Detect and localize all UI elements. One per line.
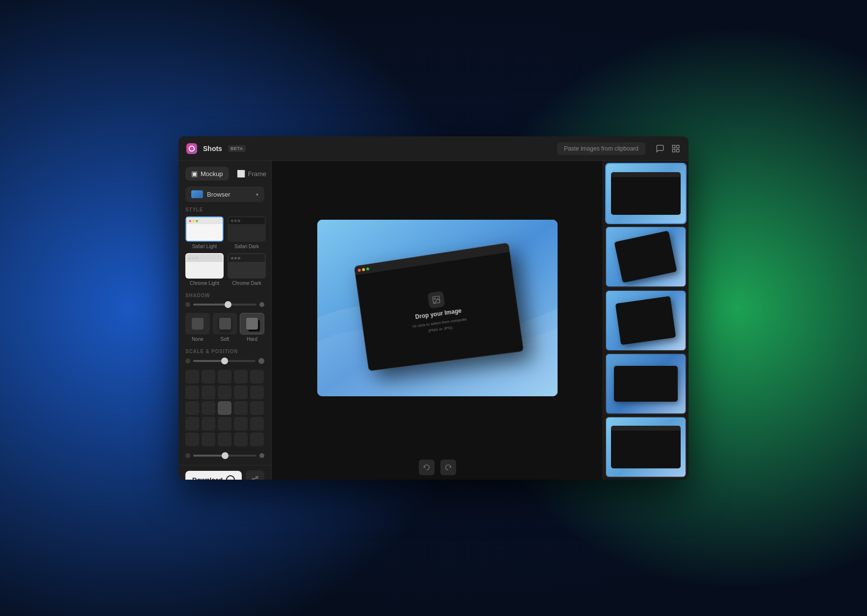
browser-frame: Drop your Image Or click to select from … <box>354 243 523 371</box>
template-4-device <box>606 354 686 413</box>
app-window: Shots BETA Paste images from clipboard <box>178 136 688 480</box>
chevron-down-icon: ▾ <box>256 192 258 197</box>
pos-5-5[interactable] <box>250 433 264 446</box>
pos-4-2[interactable] <box>202 417 215 431</box>
scale-slider-track[interactable] <box>193 360 255 362</box>
template-4[interactable] <box>605 353 687 414</box>
tab-frame[interactable]: ⬜ Frame <box>231 167 272 180</box>
grid-icon[interactable] <box>671 144 681 154</box>
slider-dot-left <box>185 302 190 307</box>
svg-point-5 <box>252 479 254 480</box>
style-section-label: STYLE <box>178 207 271 216</box>
svg-rect-1 <box>677 145 679 148</box>
sidebar: ▣ Mockup ⬜ Frame Browser ▾ STYLE <box>178 161 272 480</box>
mockup-preview[interactable]: Drop your Image Or click to select from … <box>317 220 558 396</box>
svg-point-4 <box>256 476 258 478</box>
template-1-browser <box>611 172 681 215</box>
template-5-browser <box>611 426 681 468</box>
undo-icon <box>423 464 430 471</box>
template-2-screen <box>614 231 678 283</box>
pos-3-3[interactable] <box>218 401 231 415</box>
shadow-slider-thumb[interactable] <box>225 301 231 308</box>
shadow-soft-thumb <box>213 313 237 334</box>
shadow-none-inner <box>192 318 204 330</box>
template-5[interactable] <box>605 416 687 478</box>
download-button[interactable]: Download ↓ <box>185 471 242 480</box>
style-chrome-light[interactable]: Chrome Light <box>185 253 224 286</box>
title-bar-icons <box>655 144 681 154</box>
pos-3-2[interactable] <box>202 401 215 415</box>
pos-4-1[interactable] <box>185 417 199 431</box>
pos-2-1[interactable] <box>185 385 199 399</box>
shadow-soft-inner <box>219 318 231 330</box>
sidebar-tabs: ▣ Mockup ⬜ Frame <box>178 161 271 184</box>
pos-3-1[interactable] <box>185 401 199 415</box>
safari-light-thumb <box>185 216 224 242</box>
share-button[interactable] <box>246 470 264 480</box>
paste-button[interactable]: Paste images from clipboard <box>557 142 645 155</box>
close-dot <box>357 269 361 272</box>
position-grid <box>178 370 271 453</box>
pos-5-2[interactable] <box>202 433 215 446</box>
pos-5-3[interactable] <box>218 433 231 446</box>
pos-2-5[interactable] <box>250 385 264 399</box>
device-container: Drop your Image Or click to select from … <box>317 220 558 396</box>
shadow-section-label: SHADOW <box>178 293 271 302</box>
logo-icon <box>188 145 195 152</box>
template-2-device <box>606 227 686 286</box>
style-grid: Safari Light Safari Dark <box>178 216 271 293</box>
pos-5-1[interactable] <box>185 433 199 446</box>
pos-1-4[interactable] <box>234 370 248 384</box>
shadow-hard-thumb <box>240 313 264 334</box>
scale-slider-thumb[interactable] <box>221 358 228 364</box>
shadow-options: None Soft Hard <box>178 313 271 349</box>
style-safari-light[interactable]: Safari Light <box>185 216 224 249</box>
pos-3-5[interactable] <box>250 401 264 415</box>
svg-point-11 <box>434 298 435 300</box>
right-panel <box>603 161 688 480</box>
shadow-hard-label: Hard <box>247 336 257 342</box>
pos-2-3[interactable] <box>218 385 231 399</box>
pos-2-2[interactable] <box>202 385 215 399</box>
pos-4-5[interactable] <box>250 417 264 431</box>
svg-rect-2 <box>672 149 675 152</box>
browser-dots-5 <box>613 427 621 429</box>
drop-image-icon-container <box>427 291 445 308</box>
scale-slider-fill <box>193 360 225 362</box>
pos-3-4[interactable] <box>234 401 248 415</box>
template-3-screen <box>615 296 676 345</box>
shadow-hard[interactable]: Hard <box>240 313 264 342</box>
pos-1-1[interactable] <box>185 370 199 384</box>
canvas-area: Drop your Image Or click to select from … <box>272 161 603 480</box>
pos-4-3[interactable] <box>218 417 231 431</box>
template-3[interactable] <box>605 290 687 351</box>
pos-2-4[interactable] <box>234 385 248 399</box>
shadow-soft[interactable]: Soft <box>213 313 237 342</box>
pos-1-2[interactable] <box>202 370 215 384</box>
shadow-slider-track[interactable] <box>193 304 256 306</box>
pos-1-5[interactable] <box>250 370 264 384</box>
style-chrome-dark[interactable]: Chrome Dark <box>228 253 266 286</box>
device-dropdown[interactable]: Browser ▾ <box>185 186 264 202</box>
scale-slider-row <box>178 358 271 370</box>
minimize-dot <box>362 268 365 271</box>
pos-4-4[interactable] <box>234 417 248 431</box>
chat-icon[interactable] <box>655 144 665 154</box>
shadow-none[interactable]: None <box>185 313 210 342</box>
svg-rect-0 <box>672 145 675 148</box>
template-2[interactable] <box>605 226 687 287</box>
scale-section-label: SCALE & POSITION <box>178 349 271 358</box>
pos-5-4[interactable] <box>234 433 248 446</box>
undo-button[interactable] <box>419 460 434 475</box>
template-1-device <box>606 164 686 223</box>
template-1[interactable] <box>605 163 687 224</box>
slider-dot-right <box>259 302 264 307</box>
style-safari-dark[interactable]: Safari Dark <box>228 216 266 249</box>
tab-mockup[interactable]: ▣ Mockup <box>185 167 229 180</box>
redo-icon <box>445 464 452 471</box>
scale-dot-right <box>258 358 264 364</box>
redo-button[interactable] <box>440 460 456 475</box>
app-logo <box>186 143 197 154</box>
svg-line-8 <box>254 478 256 479</box>
pos-1-3[interactable] <box>218 370 231 384</box>
